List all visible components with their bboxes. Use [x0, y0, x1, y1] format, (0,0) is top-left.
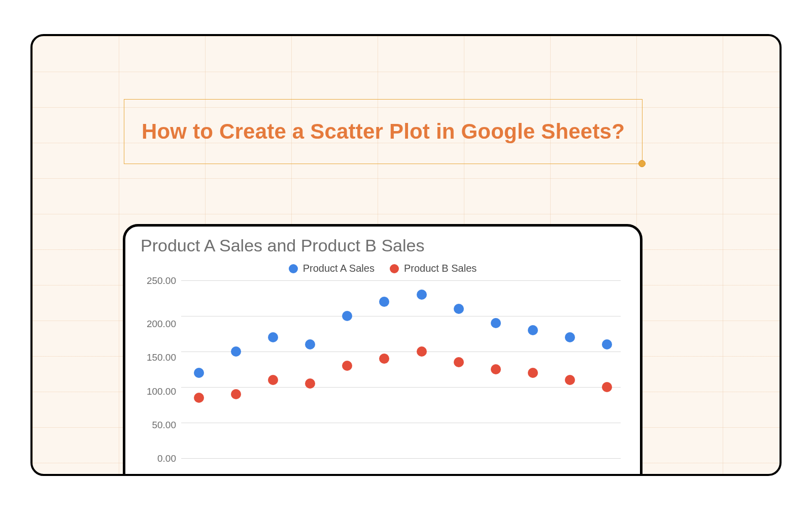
point-series-b [602, 382, 612, 392]
point-series-a [194, 368, 204, 378]
point-series-b [491, 364, 501, 374]
point-series-b [417, 346, 427, 357]
grid-line [181, 316, 621, 316]
legend-dot-b-icon [390, 264, 399, 273]
point-series-b [528, 368, 538, 378]
legend-dot-a-icon [289, 264, 298, 273]
page-title: How to Create a Scatter Plot in Google S… [142, 119, 625, 144]
y-tick-label: 150.00 [141, 353, 176, 362]
legend-label-a: Product A Sales [303, 263, 375, 274]
plot-wrap: 250.00200.00150.00100.0050.000.00 [141, 280, 625, 458]
y-tick-label: 200.00 [141, 319, 176, 329]
y-tick-label: 250.00 [141, 276, 176, 285]
point-series-b [565, 375, 575, 385]
point-series-b [194, 393, 204, 403]
grid-line [181, 387, 621, 388]
y-tick-label: 0.00 [141, 453, 176, 463]
point-series-a [417, 290, 427, 300]
chart-frame: Product A Sales and Product B Sales Prod… [123, 224, 642, 476]
y-tick-label: 50.00 [141, 420, 176, 429]
grid-line [181, 423, 621, 423]
y-axis-labels: 250.00200.00150.00100.0050.000.00 [141, 280, 181, 458]
point-series-b [379, 354, 389, 364]
point-series-a [379, 297, 389, 307]
legend-label-b: Product B Sales [404, 263, 477, 274]
legend-item-a: Product A Sales [289, 263, 375, 274]
grid-line [181, 352, 621, 352]
point-series-a [602, 339, 612, 349]
plot-area [181, 280, 625, 458]
point-series-a [528, 325, 538, 335]
title-cell[interactable]: How to Create a Scatter Plot in Google S… [124, 99, 642, 164]
point-series-a [454, 304, 464, 314]
point-series-b [342, 361, 352, 371]
point-series-a [305, 339, 315, 349]
point-series-b [268, 375, 278, 385]
chart-legend: Product A Sales Product B Sales [141, 263, 625, 274]
point-series-a [491, 318, 501, 328]
grid-line [181, 458, 621, 459]
chart-title: Product A Sales and Product B Sales [141, 236, 625, 256]
y-tick-label: 100.00 [141, 386, 176, 396]
point-series-a [268, 332, 278, 342]
point-series-a [231, 346, 241, 357]
point-series-b [454, 357, 464, 367]
grid-line [181, 280, 621, 281]
point-series-b [305, 378, 315, 389]
legend-item-b: Product B Sales [390, 263, 477, 274]
point-series-a [565, 332, 575, 342]
point-series-a [342, 311, 352, 321]
point-series-b [231, 389, 241, 399]
outer-frame: How to Create a Scatter Plot in Google S… [30, 34, 782, 476]
